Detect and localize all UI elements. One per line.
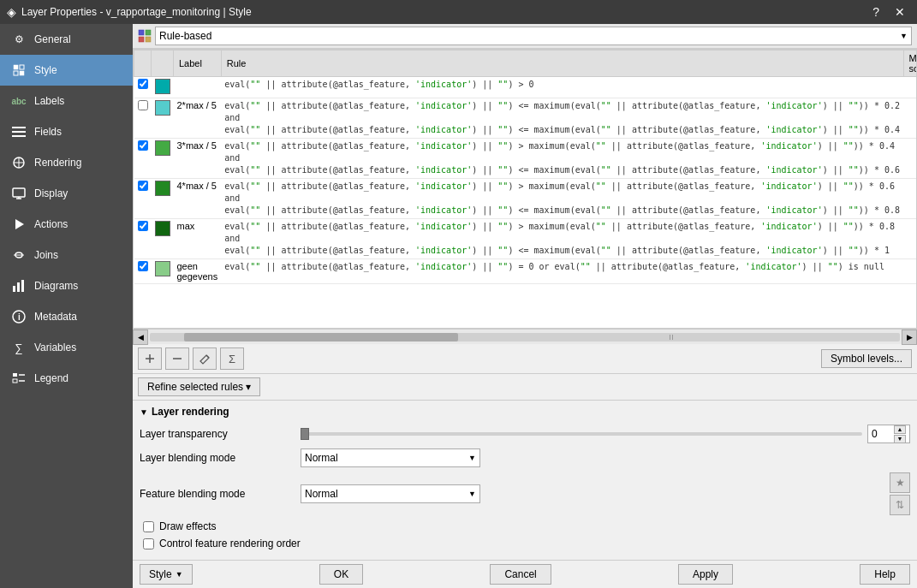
row-rule-4: eval("" || attribute(@atlas_feature, 'in… xyxy=(221,179,903,219)
row-rule-2: eval("" || attribute(@atlas_feature, 'in… xyxy=(221,98,903,139)
svg-rect-2 xyxy=(14,71,18,75)
svg-text:i: i xyxy=(18,312,21,322)
labels-icon: abc xyxy=(10,92,27,110)
star-effects-button[interactable]: ★ xyxy=(890,472,910,493)
svg-rect-8 xyxy=(13,188,25,197)
row-label-6: geen gegevens xyxy=(174,259,222,284)
svg-line-27 xyxy=(206,355,209,358)
col-checkbox xyxy=(134,50,152,77)
metadata-icon: i xyxy=(10,308,27,325)
row-minsc-6 xyxy=(903,259,917,284)
cancel-button[interactable]: Cancel xyxy=(490,564,551,585)
scroll-right-arrow[interactable]: ▶ xyxy=(902,330,917,345)
row-rule-1: eval("" || attribute(@atlas_feature, 'in… xyxy=(221,77,903,98)
refine-row: Refine selected rules ▾ xyxy=(133,374,917,401)
table-row: eval("" || attribute(@atlas_feature, 'in… xyxy=(134,77,918,98)
row-color-4[interactable] xyxy=(152,179,174,219)
transparency-slider-container: 0 ▲ ▼ xyxy=(301,425,910,443)
row-color-5[interactable] xyxy=(152,219,174,259)
col-color xyxy=(152,50,174,77)
row-checkbox-2[interactable] xyxy=(134,98,152,139)
svg-rect-22 xyxy=(139,37,144,42)
row-minsc-5 xyxy=(903,219,917,259)
scroll-thumb[interactable] xyxy=(184,333,458,342)
symbol-levels-button[interactable]: Symbol levels... xyxy=(821,349,912,368)
sidebar-item-labels[interactable]: abc Labels xyxy=(0,86,133,116)
row-label-5: max xyxy=(174,219,222,259)
sidebar-item-style[interactable]: Style xyxy=(0,55,133,86)
row-color-2[interactable] xyxy=(152,98,174,139)
row-checkbox-5[interactable] xyxy=(134,219,152,259)
sidebar: ⚙ General Style abc Labels Fields Render… xyxy=(0,24,133,588)
refine-selected-button[interactable]: Refine selected rules ▾ xyxy=(138,377,260,396)
transparency-thumb[interactable] xyxy=(301,428,309,440)
ok-button[interactable]: OK xyxy=(319,564,363,585)
rule-based-icon xyxy=(138,29,152,43)
row-rule-3: eval("" || attribute(@atlas_feature, 'in… xyxy=(221,139,903,179)
svg-rect-3 xyxy=(20,71,24,75)
row-minsc-2 xyxy=(903,98,917,139)
sidebar-item-rendering[interactable]: Rendering xyxy=(0,147,133,178)
control-rendering-row: Control feature rendering order xyxy=(140,538,910,549)
sidebar-item-actions[interactable]: Actions xyxy=(0,209,133,240)
sidebar-item-variables[interactable]: ∑ Variables xyxy=(0,332,133,363)
transparency-slider[interactable] xyxy=(301,432,862,436)
add-rule-button[interactable] xyxy=(138,347,162,370)
row-label-2: 2*max / 5 xyxy=(174,98,222,139)
row-checkbox-3[interactable] xyxy=(134,139,152,179)
spinner-down[interactable]: ▼ xyxy=(894,435,906,443)
row-checkbox-4[interactable] xyxy=(134,179,152,219)
style-dropdown-arrow: ▼ xyxy=(176,570,183,579)
blending-mode-select[interactable]: Normal ▼ xyxy=(301,448,480,467)
draw-effects-checkbox[interactable] xyxy=(143,521,154,532)
row-checkbox-1[interactable] xyxy=(134,77,152,98)
table-row: 3*max / 5 eval("" || attribute(@atlas_fe… xyxy=(134,139,918,179)
style-button[interactable]: Style ▼ xyxy=(140,564,193,585)
sidebar-item-metadata[interactable]: i Metadata xyxy=(0,301,133,332)
row-color-1[interactable] xyxy=(152,77,174,98)
svg-rect-5 xyxy=(12,131,26,133)
apply-button[interactable]: Apply xyxy=(678,564,733,585)
col-minsc: Min. sc xyxy=(903,50,917,77)
main-container: ⚙ General Style abc Labels Fields Render… xyxy=(0,24,917,588)
layer-rendering-header: ▼ Layer rendering xyxy=(140,406,910,418)
row-color-6[interactable] xyxy=(152,259,174,284)
svg-rect-20 xyxy=(139,30,144,35)
svg-rect-12 xyxy=(17,282,20,292)
feature-blending-select[interactable]: Normal ▼ xyxy=(301,484,480,503)
spinner-up[interactable]: ▲ xyxy=(894,425,906,434)
sidebar-item-display[interactable]: Display xyxy=(0,178,133,209)
app-icon: ◈ xyxy=(7,5,16,19)
style-type-select[interactable]: Rule-based ▼ xyxy=(155,27,912,45)
remove-rule-button[interactable] xyxy=(165,347,189,370)
transparency-spinner[interactable]: 0 ▲ ▼ xyxy=(867,425,910,443)
scroll-left-arrow[interactable]: ◀ xyxy=(133,330,148,345)
control-rendering-checkbox[interactable] xyxy=(143,538,154,549)
sidebar-item-legend[interactable]: Legend xyxy=(0,363,133,394)
edit-rule-button[interactable] xyxy=(193,347,217,370)
arrows-button[interactable]: ⇅ xyxy=(890,495,910,515)
help-button[interactable]: ? xyxy=(867,3,884,21)
fields-icon xyxy=(10,123,27,140)
section-collapse-arrow[interactable]: ▼ xyxy=(140,407,148,417)
general-icon: ⚙ xyxy=(10,31,27,48)
row-minsc-4 xyxy=(903,179,917,219)
close-button[interactable]: ✕ xyxy=(890,3,910,21)
sidebar-item-general[interactable]: ⚙ General xyxy=(0,24,133,55)
row-rule-6: eval("" || attribute(@atlas_feature, 'in… xyxy=(221,259,903,284)
sidebar-item-fields[interactable]: Fields xyxy=(0,116,133,147)
row-color-3[interactable] xyxy=(152,139,174,179)
horizontal-scrollbar[interactable]: ◀ ▶ xyxy=(133,329,917,344)
table-row: geen gegevens eval("" || attribute(@atla… xyxy=(134,259,918,284)
legend-icon xyxy=(10,370,27,387)
sigma-button[interactable]: Σ xyxy=(220,347,244,370)
display-icon xyxy=(10,185,27,202)
help-bottom-button[interactable]: Help xyxy=(860,564,910,585)
sidebar-item-diagrams[interactable]: Diagrams xyxy=(0,270,133,301)
row-label-4: 4*max / 5 xyxy=(174,179,222,219)
svg-rect-6 xyxy=(12,135,26,137)
sidebar-item-joins[interactable]: Joins xyxy=(0,240,133,270)
row-checkbox-6[interactable] xyxy=(134,259,152,284)
layer-rendering-section: ▼ Layer rendering Layer transparency 0 ▲… xyxy=(133,401,917,560)
control-rendering-label: Control feature rendering order xyxy=(159,538,301,549)
